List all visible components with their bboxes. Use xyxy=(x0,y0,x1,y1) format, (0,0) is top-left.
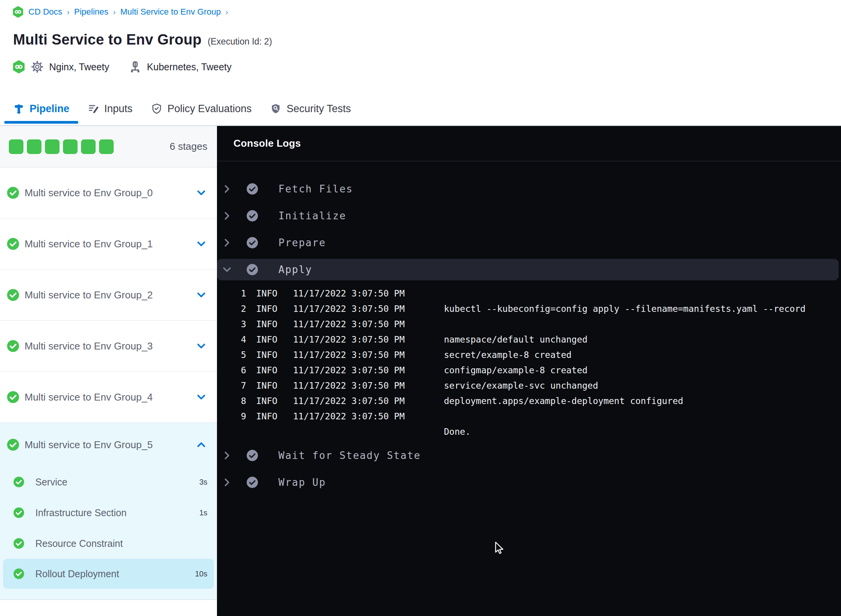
stage-name: Multi service to Env Group_3 xyxy=(25,340,196,352)
stage-row[interactable]: Multi service to Env Group_2 xyxy=(0,270,217,321)
log-timestamp: 11/17/2022 3:07:50 PM xyxy=(293,304,405,314)
log-line: 3INFO11/17/2022 3:07:50 PM xyxy=(217,316,841,332)
success-check-icon xyxy=(7,339,20,353)
step-name: Rollout Deployment xyxy=(35,568,195,580)
chevron-down-icon[interactable] xyxy=(196,238,207,249)
chevron-right-icon[interactable] xyxy=(222,450,232,461)
stage-progress-square xyxy=(45,139,60,154)
chevron-down-icon[interactable] xyxy=(196,187,207,198)
stage-steps-list: Service3s Infrastructure Section1s Resou… xyxy=(0,467,217,599)
tab-inputs[interactable]: Inputs xyxy=(79,92,142,125)
log-timestamp: 11/17/2022 3:07:50 PM xyxy=(293,365,405,375)
console-step-initialize[interactable]: Initialize xyxy=(217,205,841,227)
log-line-number: 6 xyxy=(217,365,246,375)
step-name: Resource Constraint xyxy=(35,538,207,549)
success-check-icon xyxy=(13,507,25,518)
console-step-wait-for-steady-state[interactable]: Wait for Steady State xyxy=(217,445,841,466)
log-level: INFO xyxy=(256,319,277,329)
stage-name: Multi service to Env Group_4 xyxy=(25,391,196,403)
log-level: INFO xyxy=(256,411,277,421)
stage-progress-square xyxy=(81,139,96,154)
console-step-apply[interactable]: Apply xyxy=(217,259,839,280)
console-step-prepare[interactable]: Prepare xyxy=(217,232,841,253)
stage-row-expanded[interactable]: Multi service to Env Group_5 xyxy=(0,423,217,467)
stage-progress-square xyxy=(99,139,114,154)
security-tests-icon xyxy=(270,103,281,114)
log-message: service/example-svc unchanged xyxy=(444,381,598,391)
console-logs-title: Console Logs xyxy=(233,137,301,149)
console-logs-header: Console Logs xyxy=(217,126,841,161)
console-step-label: Prepare xyxy=(278,237,326,248)
console-logs-panel: Console Logs Fetch Files Initialize Prep… xyxy=(217,126,841,616)
tab-security-tests[interactable]: Security Tests xyxy=(261,92,360,125)
stage-name: Multi service to Env Group_1 xyxy=(25,238,196,250)
stage-step-row-selected[interactable]: Rollout Deployment10s xyxy=(3,559,214,589)
stage-list: Multi service to Env Group_0 Multi servi… xyxy=(0,167,217,600)
chevron-down-icon[interactable] xyxy=(196,341,207,351)
success-check-icon xyxy=(246,237,258,249)
stage-row[interactable]: Multi service to Env Group_3 xyxy=(0,321,217,372)
chevron-right-icon[interactable] xyxy=(222,237,232,248)
breadcrumb-link[interactable]: Multi Service to Env Group xyxy=(120,7,221,17)
pipeline-icon xyxy=(13,103,25,114)
success-check-icon xyxy=(13,476,25,488)
environments-label: Kubernetes, Tweety xyxy=(147,61,232,73)
log-timestamp: 11/17/2022 3:07:50 PM xyxy=(293,288,405,298)
log-timestamp: 11/17/2022 3:07:50 PM xyxy=(293,381,405,391)
log-level: INFO xyxy=(256,381,277,391)
log-line: 2INFO11/17/2022 3:07:50 PMkubectl --kube… xyxy=(217,301,841,316)
log-message: Done. xyxy=(444,427,470,437)
chevron-right-icon[interactable] xyxy=(222,477,232,488)
log-timestamp: 11/17/2022 3:07:50 PM xyxy=(293,334,405,344)
success-check-icon xyxy=(7,288,20,301)
harness-cd-logo-icon xyxy=(12,6,24,18)
step-duration: 3s xyxy=(199,478,207,487)
console-step-wrap-up[interactable]: Wrap Up xyxy=(217,472,841,493)
services-label: Nginx, Tweety xyxy=(49,61,109,73)
chevron-down-icon[interactable] xyxy=(222,264,232,275)
stage-row[interactable]: Multi service to Env Group_1 xyxy=(0,219,217,270)
success-check-icon xyxy=(13,568,25,580)
log-line-number: 2 xyxy=(217,304,246,314)
breadcrumb-separator: › xyxy=(67,7,70,17)
stage-name: Multi service to Env Group_0 xyxy=(25,187,196,199)
console-step-label: Apply xyxy=(278,264,312,275)
success-check-icon xyxy=(13,538,25,549)
log-timestamp: 11/17/2022 3:07:50 PM xyxy=(293,319,405,329)
stages-count-label: 6 stages xyxy=(170,141,207,152)
chevron-up-icon[interactable] xyxy=(196,439,207,450)
chevron-down-icon[interactable] xyxy=(196,392,207,402)
console-step-label: Wait for Steady State xyxy=(278,450,421,461)
chevron-right-icon[interactable] xyxy=(222,210,232,221)
success-check-icon xyxy=(246,476,258,488)
step-name: Service xyxy=(35,477,199,488)
chevron-down-icon[interactable] xyxy=(196,290,207,300)
stage-row[interactable]: Multi service to Env Group_0 xyxy=(0,167,217,219)
stage-row[interactable]: Multi service to Env Group_4 xyxy=(0,372,217,423)
stage-name: Multi service to Env Group_5 xyxy=(25,439,196,451)
tab-policy-evaluations[interactable]: Policy Evaluations xyxy=(142,92,261,125)
inputs-icon xyxy=(88,103,99,114)
log-line-number: 8 xyxy=(217,396,246,406)
tab-label: Inputs xyxy=(104,103,133,115)
success-check-icon xyxy=(7,186,20,199)
success-check-icon xyxy=(7,438,20,451)
infrastructure-icon xyxy=(129,60,142,73)
breadcrumb-link[interactable]: CD Docs xyxy=(28,7,62,17)
log-level: INFO xyxy=(256,288,277,298)
stage-step-row[interactable]: Resource Constraint xyxy=(0,528,217,559)
success-check-icon xyxy=(246,183,258,195)
step-duration: 1s xyxy=(199,508,207,517)
stage-progress-square xyxy=(27,139,41,154)
log-level: INFO xyxy=(256,396,277,406)
log-line-number: 9 xyxy=(217,411,246,421)
log-line: 7INFO11/17/2022 3:07:50 PMservice/exampl… xyxy=(217,378,841,393)
stage-step-row[interactable]: Service3s xyxy=(0,467,217,497)
chevron-right-icon[interactable] xyxy=(222,184,232,194)
stage-step-row[interactable]: Infrastructure Section1s xyxy=(0,497,217,528)
breadcrumb-link[interactable]: Pipelines xyxy=(74,7,108,17)
policy-evaluations-icon xyxy=(151,103,162,114)
tab-pipeline[interactable]: Pipeline xyxy=(4,92,79,125)
console-step-fetch-files[interactable]: Fetch Files xyxy=(217,178,841,200)
log-level: INFO xyxy=(256,334,277,344)
